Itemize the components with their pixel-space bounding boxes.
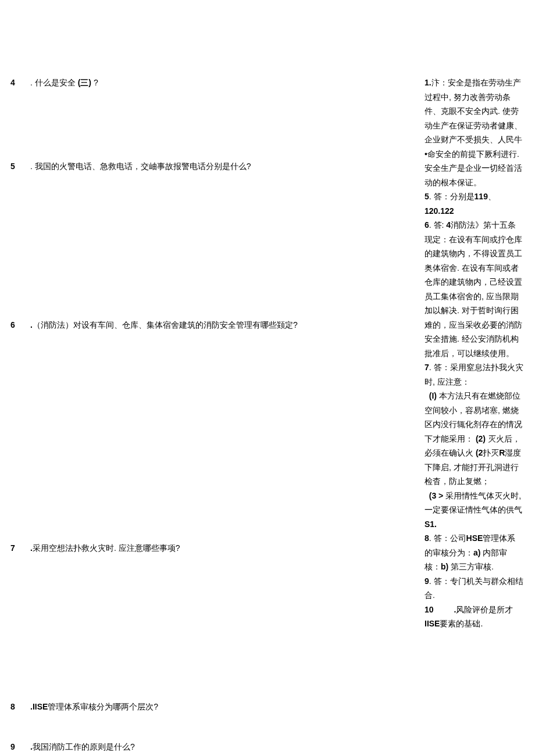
- answer-7-point3: (3 > 采用情性气体灭火时, 一定要保证情性气体的供气S1.: [425, 489, 523, 532]
- spacer: [10, 335, 419, 541]
- question-9: 9 .我国消防工作的原则是什么?: [10, 740, 419, 754]
- question-text: .采用空想法扑救火灾时. 应注意哪些事项?: [30, 541, 419, 556]
- question-text: . 什么是安全 (三) ?: [30, 76, 419, 90]
- answer-6: 6. 答: 4消防法》第十五条现定：在设有车间或拧仓库的建筑物内，不得设置员工奥…: [425, 218, 523, 360]
- question-number: 5: [10, 159, 30, 174]
- question-number: 8: [10, 700, 30, 714]
- question-text: .我国消防工作的原则是什么?: [30, 740, 419, 754]
- answer-10: 10 .风险评价是所才IISE要素的基础.: [425, 603, 523, 631]
- answer-8: 8. 答：公司HSE管理体系的审核分为：a) 内部审核：b) 第三方审核.: [425, 531, 523, 574]
- question-6: 6 .（消防法）对设有车间、仓库、集体宿舍建筑的消防安全管理有哪些颎定?: [10, 318, 419, 332]
- page-container: 4 . 什么是安全 (三) ? 5 . 我国的火警电话、急救电话，交岫事故报警电…: [0, 0, 535, 756]
- question-number: 7: [10, 541, 30, 556]
- answer-5: 5. 答：分别是119、120.122: [425, 189, 523, 218]
- question-4: 4 . 什么是安全 (三) ?: [10, 76, 419, 90]
- question-text: . 我国的火警电话、急救电话，交岫事故报警电话分别是什么?: [30, 159, 419, 174]
- question-text: .（消防法）对设有车间、仓库、集体宿舍建筑的消防安全管理有哪些颎定?: [30, 318, 419, 332]
- question-8: 8 .IISE管理体系审核分为哪两个层次?: [10, 700, 419, 714]
- question-number: 4: [10, 76, 30, 90]
- spacer: [10, 716, 419, 740]
- question-number: 9: [10, 740, 30, 754]
- answers-column: 1.汴：安全是指在劳动生产过程中, 努力改善劳动条件、克眼不安全内武. 使劳动生…: [425, 76, 523, 756]
- answer-7-point1: (I) 本方法只有在燃烧部位空间较小，容易堵塞, 燃烧区内没行辄化剂存在的情况下…: [425, 389, 523, 489]
- question-5: 5 . 我国的火警电话、急救电话，交岫事故报警电话分别是什么?: [10, 159, 419, 174]
- question-number: 6: [10, 318, 30, 332]
- question-7: 7 .采用空想法扑救火灾时. 应注意哪些事项?: [10, 541, 419, 556]
- spacer: [10, 92, 419, 159]
- questions-column: 4 . 什么是安全 (三) ? 5 . 我国的火警电话、急救电话，交岫事故报警电…: [6, 76, 425, 756]
- answer-7-intro: 7. 答：采用窒息法扑我火灾时, 应注意：: [425, 360, 523, 389]
- answer-9: 9. 答：专门机关与群众相结合.: [425, 574, 523, 603]
- answer-1: 1.汴：安全是指在劳动生产过程中, 努力改善劳动条件、克眼不安全内武. 使劳动生…: [425, 76, 523, 189]
- question-text: .IISE管理体系审核分为哪两个层次?: [30, 700, 419, 714]
- spacer: [10, 175, 419, 318]
- spacer: [10, 557, 419, 700]
